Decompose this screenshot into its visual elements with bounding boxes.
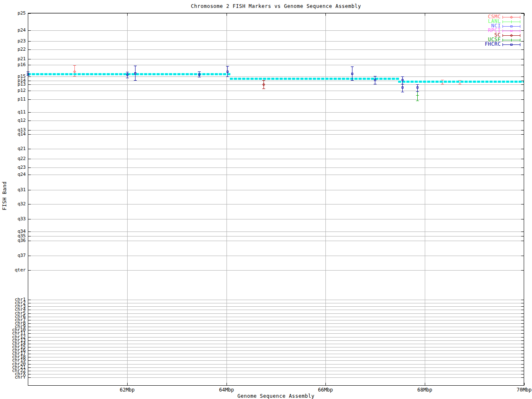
legend-sample-cap-right-CSMC: [520, 16, 520, 19]
y-axis-tick-right: [521, 256, 524, 256]
y-axis-tick-right: [521, 76, 524, 77]
y-axis-tick-left: [28, 313, 31, 314]
y-axis-tick-left: [28, 84, 31, 85]
y-axis-tick-left: [28, 300, 31, 300]
legend-sample-cap-left-RPCI: [502, 30, 503, 32]
y-axis-tick-right: [521, 303, 524, 303]
y-axis-tick-left: [28, 371, 31, 371]
ytick-label-q21: q21: [17, 146, 26, 151]
y-axis-tick-left: [28, 167, 31, 168]
y-axis-tick-left: [28, 159, 31, 159]
y-axis-tick-left: [28, 41, 31, 42]
ytick-label-q11: q11: [17, 110, 26, 114]
y-axis-tick-left: [28, 241, 31, 241]
x-axis-tick-bottom: [325, 383, 326, 385]
y-axis-tick-right: [521, 330, 524, 330]
ytick-label-q14: q14: [17, 132, 26, 136]
y-axis-tick-left: [28, 323, 31, 324]
y-axis-tick-right: [521, 350, 524, 351]
y-axis-tick-left: [28, 149, 31, 149]
y-axis-tick-left: [28, 374, 31, 374]
y-axis-tick-right: [521, 377, 524, 378]
y-axis-tick-right: [521, 371, 524, 371]
y-axis-tick-right: [521, 175, 524, 175]
xtick-label-68Mbp: 68Mbp: [417, 387, 432, 392]
y-axis-tick-left: [28, 306, 31, 307]
y-axis-tick-right: [521, 81, 524, 81]
ytick-label-chrY: chrY: [15, 375, 26, 379]
legend-label-FHCRC: FHCRC: [485, 42, 501, 47]
y-axis-tick-left: [28, 310, 31, 310]
y-axis-tick-left: [28, 364, 31, 365]
ytick-label-qter: qter: [15, 268, 26, 272]
y-axis-tick-right: [521, 149, 524, 149]
y-axis-tick-right: [521, 241, 524, 241]
y-axis-tick-left: [28, 81, 31, 81]
y-axis-tick-right: [521, 313, 524, 314]
ytick-label-p24: p24: [17, 28, 26, 32]
y-axis-tick-right: [521, 190, 524, 190]
ytick-label-q12: q12: [17, 118, 26, 123]
y-axis-tick-right: [521, 327, 524, 327]
y-axis-tick-right: [521, 320, 524, 320]
y-axis-tick-right: [521, 270, 524, 271]
y-axis-tick-right: [521, 41, 524, 42]
y-axis-tick-left: [28, 232, 31, 232]
y-axis-tick-left: [28, 354, 31, 354]
y-axis-tick-right: [521, 232, 524, 232]
y-axis-tick-right: [521, 30, 524, 31]
y-axis-tick-right: [521, 121, 524, 121]
marker-plus-h: [510, 22, 513, 22]
legend-sample-cap-right-NCI: [520, 25, 520, 28]
xtick-label-64Mbp: 64Mbp: [219, 387, 234, 392]
x-axis-tick-bottom: [524, 383, 525, 385]
y-axis-tick-left: [28, 59, 31, 59]
x-axis-tick-top: [524, 13, 525, 16]
y-axis-tick-left: [28, 65, 31, 65]
y-axis-tick-left: [28, 303, 31, 303]
y-axis-tick-right: [521, 49, 524, 50]
ytick-label-p21: p21: [17, 57, 26, 61]
y-axis-tick-left: [28, 91, 31, 91]
y-axis-tick-left: [28, 344, 31, 344]
y-axis-tick-left: [28, 360, 31, 361]
ytick-label-p13: p13: [17, 82, 26, 86]
y-axis-tick-left: [28, 347, 31, 347]
y-axis-tick-right: [521, 134, 524, 135]
ytick-label-q37: q37: [17, 253, 26, 258]
ytick-label-q36: q36: [17, 238, 26, 243]
legend-sample-cap-left-NCI: [502, 25, 503, 28]
y-axis-tick-right: [521, 65, 524, 65]
y-axis-tick-right: [521, 130, 524, 131]
ytick-label-q23: q23: [17, 165, 26, 170]
y-axis-tick-right: [521, 84, 524, 85]
legend-sample-cap-left-CSMC: [502, 16, 503, 19]
y-axis-tick-right: [521, 306, 524, 307]
legend-sample-cap-right-FHCRC: [520, 43, 520, 46]
y-axis-tick-left: [28, 270, 31, 271]
chart-title: Chromosome 2 FISH Markers vs Genome Sequ…: [28, 3, 524, 9]
ytick-label-q22: q22: [17, 156, 26, 161]
y-axis-tick-left: [28, 317, 31, 317]
y-axis-tick-left: [28, 49, 31, 50]
y-axis-tick-right: [521, 99, 524, 100]
x-axis-tick-bottom: [127, 383, 128, 385]
y-axis-tick-left: [28, 357, 31, 357]
y-axis-tick-left: [28, 190, 31, 190]
legend-sample-cap-left-UCSF: [502, 39, 503, 42]
y-axis-tick-right: [521, 374, 524, 374]
y-axis-tick-left: [28, 204, 31, 204]
y-axis-tick-left: [28, 327, 31, 327]
y-axis-tick-right: [521, 300, 524, 300]
y-axis-tick-right: [521, 159, 524, 159]
x-axis-tick-top: [227, 13, 227, 16]
x-axis-tick-bottom: [227, 383, 227, 385]
y-axis-tick-right: [521, 323, 524, 324]
legend-sample-cap-right-RPCI: [520, 30, 520, 32]
y-axis-tick-right: [521, 360, 524, 361]
ytick-label-p16: p16: [17, 62, 26, 67]
legend-sample-cap-right-UCSF: [520, 39, 520, 42]
y-axis-tick-left: [28, 320, 31, 320]
legend-sample-cap-left-FHCRC: [502, 43, 503, 46]
y-axis-tick-right: [521, 59, 524, 59]
